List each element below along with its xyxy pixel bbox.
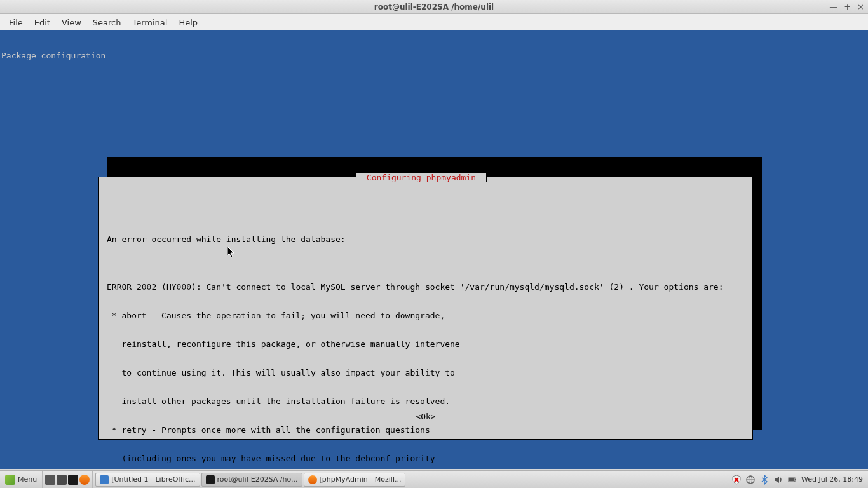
- task-libreoffice[interactable]: [Untitled 1 - LibreOffic...: [95, 473, 200, 487]
- battery-icon[interactable]: [787, 475, 797, 485]
- window-controls: — + ×: [829, 2, 864, 11]
- ok-button[interactable]: <Ok>: [416, 412, 435, 421]
- dialog-title: Configuring phpmyadmin: [356, 172, 487, 182]
- maximize-button[interactable]: +: [844, 2, 851, 11]
- network-icon[interactable]: [745, 475, 756, 485]
- taskbar: Menu [Untitled 1 - LibreOffic... root@ul…: [0, 470, 868, 488]
- task-list: [Untitled 1 - LibreOffic... root@ulil-E2…: [93, 471, 726, 488]
- update-shield-icon[interactable]: [731, 475, 742, 485]
- configure-phpmyadmin-dialog: Configuring phpmyadmin An error occurred…: [98, 177, 753, 440]
- svg-rect-5: [789, 478, 794, 481]
- mint-logo-icon: [5, 475, 15, 485]
- terminal-icon[interactable]: [68, 475, 78, 485]
- dialog-text-line: An error occurred while installing the d…: [107, 234, 745, 244]
- libreoffice-writer-icon: [100, 475, 109, 484]
- task-firefox[interactable]: [phpMyAdmin - Mozill...: [304, 473, 406, 487]
- menu-edit[interactable]: Edit: [29, 16, 55, 29]
- task-terminal[interactable]: root@ulil-E202SA /ho...: [201, 473, 302, 487]
- window-titlebar: root@ulil-E202SA /home/ulil — + ×: [0, 0, 868, 14]
- menu-bar: File Edit View Search Terminal Help: [0, 14, 868, 30]
- start-menu-label: Menu: [18, 475, 37, 484]
- menu-search[interactable]: Search: [88, 16, 126, 29]
- task-label: root@ulil-E202SA /ho...: [217, 475, 298, 484]
- dialog-container: Configuring phpmyadmin An error occurred…: [98, 148, 759, 459]
- dialog-text-line: to continue using it. This will usually …: [107, 368, 745, 377]
- terminal-icon: [206, 475, 215, 484]
- dialog-text-line: install other packages until the install…: [107, 396, 745, 406]
- dialog-text-line: * abort - Causes the operation to fail; …: [107, 311, 745, 320]
- task-label: [Untitled 1 - LibreOffic...: [111, 475, 195, 484]
- system-tray: Wed Jul 26, 18:49: [726, 475, 868, 485]
- package-config-header: Package configuration: [1, 51, 867, 60]
- file-manager-icon[interactable]: [57, 475, 67, 485]
- minimize-button[interactable]: —: [829, 2, 837, 11]
- dialog-text-line: * retry - Prompts once more with all the…: [107, 425, 745, 435]
- firefox-icon: [308, 475, 317, 484]
- bluetooth-icon[interactable]: [759, 475, 770, 485]
- taskbar-clock[interactable]: Wed Jul 26, 18:49: [801, 475, 863, 484]
- menu-help[interactable]: Help: [173, 16, 203, 29]
- firefox-icon[interactable]: [79, 475, 90, 485]
- dialog-text-line: (including ones you may have missed due …: [107, 454, 745, 463]
- volume-icon[interactable]: [773, 475, 783, 485]
- close-button[interactable]: ×: [857, 2, 864, 11]
- menu-view[interactable]: View: [57, 16, 86, 29]
- start-menu-button[interactable]: Menu: [0, 471, 43, 488]
- dialog-text-line: reinstall, reconfigure this package, or …: [107, 339, 745, 349]
- quick-launch: [43, 471, 93, 488]
- menu-terminal[interactable]: Terminal: [127, 16, 172, 29]
- dialog-text-line: ERROR 2002 (HY000): Can't connect to loc…: [107, 282, 745, 292]
- menu-file[interactable]: File: [4, 16, 28, 29]
- window-title: root@ulil-E202SA /home/ulil: [374, 3, 494, 11]
- task-label: [phpMyAdmin - Mozill...: [320, 475, 402, 484]
- terminal-area[interactable]: Package configuration Configuring phpmya…: [0, 30, 868, 469]
- svg-rect-4: [795, 479, 796, 480]
- show-desktop-icon[interactable]: [45, 475, 55, 485]
- dialog-body: An error occurred while installing the d…: [99, 206, 752, 488]
